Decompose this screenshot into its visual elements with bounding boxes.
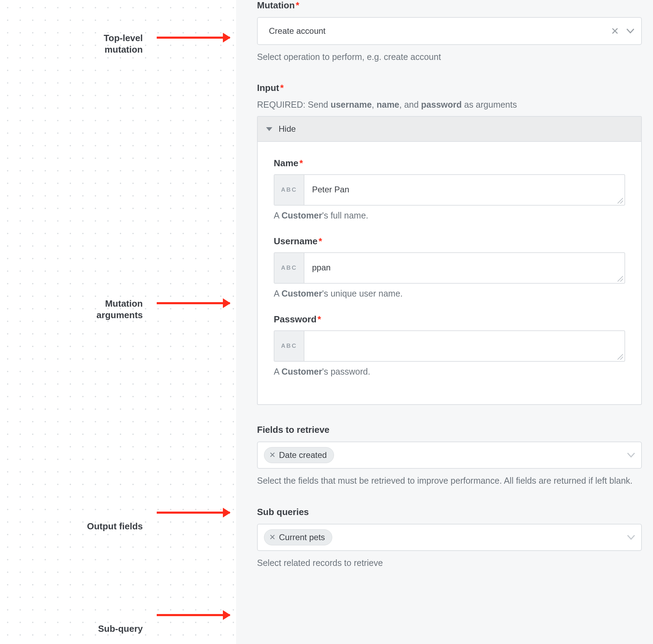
annotation-top-level-mutation: Top-level mutation: [0, 17, 236, 93]
username-label: Username*: [274, 236, 625, 247]
mutation-section: Mutation* Create account ✕ Select operat…: [257, 0, 642, 63]
caret-down-icon[interactable]: [627, 29, 634, 33]
annotation-gutter: Top-level mutation Mutation arguments Ou…: [0, 0, 236, 644]
type-chip-string: ABC: [274, 253, 304, 283]
input-panel-toggle[interactable]: Hide: [258, 117, 641, 142]
username-input[interactable]: [304, 253, 624, 283]
sub-queries-select[interactable]: ✕ Current pets: [257, 524, 642, 551]
clear-icon[interactable]: ✕: [611, 25, 619, 37]
sub-queries-section: Sub queries ✕ Current pets Select relate…: [257, 507, 642, 569]
type-chip-string: ABC: [274, 175, 304, 205]
input-label: Input*: [257, 83, 642, 93]
input-section: Input* REQUIRED: Send username, name, an…: [257, 83, 642, 405]
name-field: Name* ABC A Customer's full name.: [274, 158, 625, 221]
password-field: Password* ABC A Customer's password.: [274, 314, 625, 377]
fields-to-retrieve-hint: Select the fields that must be retrieved…: [257, 474, 642, 487]
password-hint: A Customer's password.: [274, 367, 625, 377]
name-label: Name*: [274, 158, 625, 169]
input-required-hint: REQUIRED: Send username, name, and passw…: [257, 100, 642, 110]
fields-to-retrieve-label: Fields to retrieve: [257, 424, 642, 435]
type-chip-string: ABC: [274, 331, 304, 361]
fields-to-retrieve-select[interactable]: ✕ Date created: [257, 442, 642, 469]
username-hint: A Customer's unique user name.: [274, 289, 625, 299]
caret-down-icon[interactable]: [627, 535, 635, 540]
input-panel-toggle-label: Hide: [279, 124, 296, 134]
clear-icon[interactable]: ✕: [269, 533, 275, 542]
sub-queries-hint: Select related records to retrieve: [257, 557, 642, 569]
clear-icon[interactable]: ✕: [269, 451, 275, 460]
annotation-mutation-arguments: Mutation arguments: [0, 282, 236, 358]
subquery-pill-current-pets[interactable]: ✕ Current pets: [264, 529, 332, 545]
mutation-select[interactable]: Create account ✕: [257, 17, 642, 45]
username-field: Username* ABC A Customer's unique user n…: [274, 236, 625, 299]
resize-handle-icon[interactable]: [617, 276, 623, 282]
annotation-output-fields: Output fields: [0, 505, 236, 570]
fields-to-retrieve-section: Fields to retrieve ✕ Date created Select…: [257, 424, 642, 487]
sub-queries-label: Sub queries: [257, 507, 642, 518]
mutation-label: Mutation*: [257, 0, 642, 11]
mutation-hint: Select operation to perform, e.g. create…: [257, 51, 642, 63]
caret-down-icon[interactable]: [627, 453, 635, 458]
resize-handle-icon[interactable]: [617, 198, 623, 204]
name-input[interactable]: [304, 175, 624, 205]
password-label: Password*: [274, 314, 625, 325]
password-input[interactable]: [304, 331, 624, 361]
form-panel: Mutation* Create account ✕ Select operat…: [236, 0, 653, 644]
mutation-select-value: Create account: [269, 26, 611, 36]
caret-down-icon: [266, 127, 272, 131]
resize-handle-icon[interactable]: [617, 354, 623, 360]
annotation-sub-query: Sub-query: [0, 607, 236, 644]
input-arguments-panel: Hide Name* ABC A Customer's full: [257, 116, 642, 405]
field-pill-date-created[interactable]: ✕ Date created: [264, 447, 334, 463]
name-hint: A Customer's full name.: [274, 210, 625, 221]
